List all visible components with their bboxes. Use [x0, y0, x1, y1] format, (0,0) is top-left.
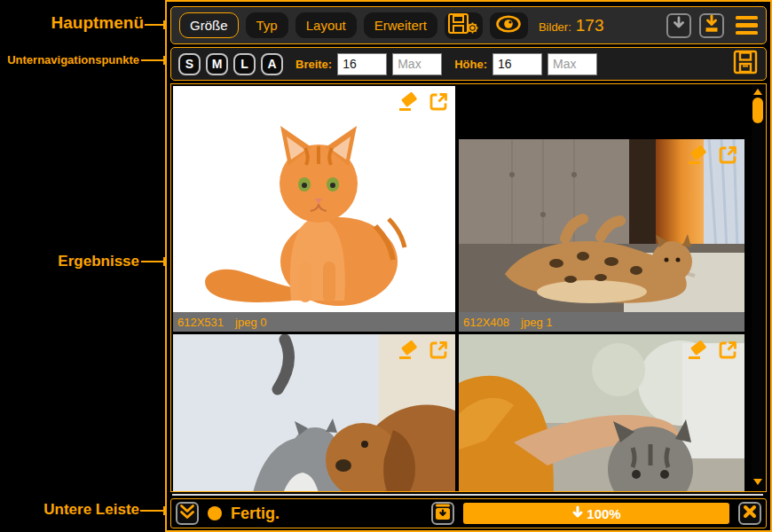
annotation-bottom-bar: Untere Leiste [43, 501, 139, 519]
remove-result-button[interactable] [398, 340, 420, 364]
sub-nav-bar: S M L A Breite: Höhe: [170, 47, 767, 81]
images-label: Bilder: [539, 20, 571, 34]
height-label: Höhe: [454, 58, 487, 71]
eye-icon [495, 14, 522, 37]
result-photo-3[interactable] [173, 334, 455, 492]
open-download-folder-button[interactable] [431, 502, 454, 525]
scroll-down-arrow[interactable] [753, 479, 762, 485]
remove-result-button[interactable] [398, 92, 420, 116]
result-card-2: 612X408 jpeg 1 [459, 86, 744, 332]
width-max-input[interactable] [392, 53, 442, 75]
width-input[interactable] [337, 53, 387, 75]
save-size-button[interactable] [732, 49, 759, 79]
download-progress-bar: 100% [463, 503, 729, 524]
size-button-a[interactable]: A [261, 53, 283, 75]
open-external-button[interactable] [717, 145, 738, 169]
annotation-line [141, 261, 165, 262]
result-card-1: 612X531 jpeg 0 [173, 86, 455, 332]
floppy-disk-icon [732, 49, 759, 79]
annotation-line [141, 59, 165, 61]
annotation-main-menu: Hauptmenü [51, 13, 145, 33]
close-button[interactable] [738, 502, 761, 525]
open-external-button[interactable] [717, 340, 738, 364]
open-external-button[interactable] [428, 340, 449, 364]
download-selected-button[interactable] [666, 13, 691, 38]
size-button-s[interactable]: S [178, 53, 201, 75]
result-photo-4[interactable] [459, 334, 744, 492]
app-window: Größe Typ Layout Erweitert [165, 0, 772, 532]
results-panel: 612X531 jpeg 0 [170, 83, 767, 492]
size-button-m[interactable]: M [206, 53, 228, 75]
save-settings-button[interactable] [445, 12, 483, 39]
vertical-scrollbar[interactable] [752, 85, 765, 490]
annotation-sub-nav: Unternavigationspunkte [7, 53, 139, 66]
annotation-line [140, 510, 165, 512]
main-menu-bar: Größe Typ Layout Erweitert [170, 6, 767, 44]
width-label: Breite: [295, 58, 332, 71]
status-text: Fertig. [231, 505, 280, 523]
scrollbar-thumb[interactable] [752, 98, 763, 123]
status-dot [208, 506, 222, 520]
horizontal-divider [172, 494, 763, 496]
tab-typ[interactable]: Typ [246, 12, 288, 38]
tab-groesse[interactable]: Größe [179, 12, 239, 38]
tab-erweitert[interactable]: Erweitert [364, 12, 437, 38]
annotation-line [145, 24, 165, 26]
result-caption-1: 612X531 jpeg 0 [173, 312, 455, 332]
images-counter: Bilder: 173 [539, 16, 604, 35]
result-card-3 [173, 334, 455, 492]
download-gray-icon [670, 15, 688, 36]
remove-result-button[interactable] [687, 145, 709, 169]
preview-button[interactable] [490, 12, 528, 39]
height-max-input[interactable] [547, 53, 597, 75]
double-chevron-down-icon [178, 503, 196, 524]
scroll-up-arrow[interactable] [753, 89, 762, 95]
progress-percent: 100% [587, 506, 620, 521]
result-photo-1[interactable] [173, 86, 455, 312]
download-all-button[interactable] [699, 13, 724, 38]
download-tray-icon [435, 503, 451, 524]
hamburger-menu-button[interactable] [736, 16, 758, 35]
expand-log-button[interactable] [176, 502, 199, 525]
close-icon [743, 505, 757, 522]
size-button-l[interactable]: L [233, 53, 256, 75]
images-count: 173 [576, 16, 604, 35]
open-external-button[interactable] [428, 91, 449, 116]
result-photo-2[interactable] [459, 139, 744, 312]
progress-down-arrow-icon [571, 505, 584, 522]
result-card-4 [459, 334, 744, 492]
result-caption-2: 612X408 jpeg 1 [459, 312, 744, 332]
remove-result-button[interactable] [687, 340, 709, 364]
hamburger-menu-icon [736, 16, 758, 20]
save-settings-icon [447, 12, 479, 39]
download-all-icon [703, 14, 721, 37]
tab-layout[interactable]: Layout [295, 12, 357, 38]
bottom-bar: Fertig. 100% [170, 498, 767, 528]
height-input[interactable] [492, 53, 542, 75]
annotation-results: Ergebnisse [58, 253, 139, 270]
